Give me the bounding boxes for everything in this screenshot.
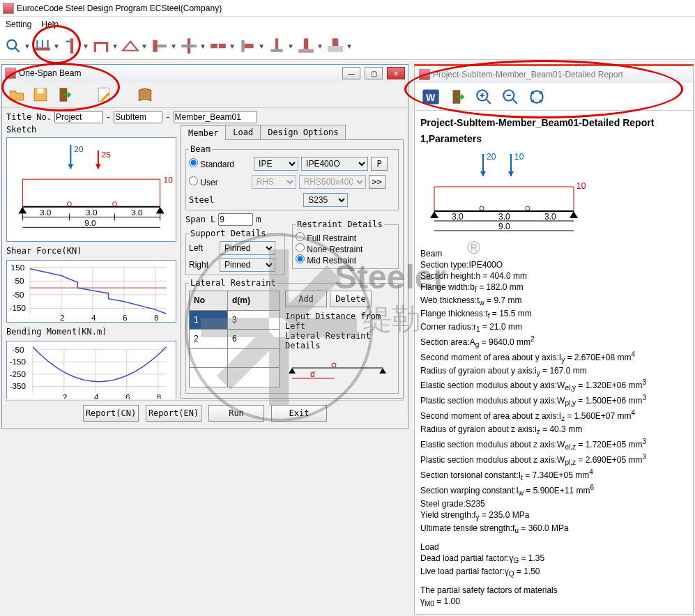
report-line: Second moment of area about y axis:Iy = … — [420, 350, 687, 365]
tb-onespan-beam-icon[interactable] — [32, 36, 53, 56]
svg-text:3.0: 3.0 — [86, 208, 98, 217]
tab-member[interactable]: Member — [181, 125, 226, 140]
tb-column-icon[interactable] — [61, 36, 82, 56]
tb-splice-icon[interactable] — [208, 36, 229, 56]
report-line: Section height:h = 404.0 mm — [420, 270, 687, 282]
watermark-cn: 缇勒 — [362, 300, 421, 339]
chevron-down-icon[interactable]: ▾ — [170, 36, 177, 56]
report-body[interactable]: Project-SubItem-Member_Beam01-Detailed R… — [415, 111, 693, 614]
svg-rect-9 — [158, 44, 167, 47]
report-line: Flange width:bf = 182.0 mm — [420, 282, 687, 295]
maximize-button[interactable]: ▢ — [365, 67, 383, 79]
steel-select[interactable]: S235 — [303, 193, 348, 207]
title-no-label: Title No. — [6, 112, 52, 122]
report-cn-button[interactable]: Report(CN) — [83, 405, 139, 422]
run-button[interactable]: Run — [208, 405, 264, 422]
exit-door-icon[interactable] — [447, 86, 468, 107]
report-line: Ultimate tensile strength:fu = 360.0 MPa — [420, 523, 687, 536]
app-title: EuroceCode Steel Design Program ECSteel(… — [17, 3, 222, 13]
load-header: Load — [420, 541, 687, 553]
tb-frame-icon[interactable] — [91, 36, 112, 56]
tb-connection1-icon[interactable] — [149, 36, 170, 56]
zoom-out-icon[interactable] — [500, 86, 521, 107]
member-field[interactable] — [174, 111, 257, 123]
main-toolbar: ▾ ▾ // will be populated below programma… — [0, 32, 695, 60]
chevron-down-icon[interactable]: ▾ — [199, 36, 206, 56]
chevron-down-icon[interactable]: ▾ — [141, 36, 148, 56]
edit-icon[interactable] — [94, 84, 115, 105]
beam-legend: Beam — [189, 144, 212, 154]
tb-baseplate1-icon[interactable] — [266, 36, 287, 56]
chevron-down-icon[interactable]: ▾ — [316, 36, 323, 56]
chevron-down-icon[interactable]: ▾ — [112, 36, 119, 56]
radio-user[interactable]: User — [189, 176, 218, 187]
svg-text:4: 4 — [94, 392, 99, 399]
tb-endplate-icon[interactable] — [237, 36, 258, 56]
add-button[interactable]: Add — [285, 291, 327, 307]
support-left-select[interactable]: Pinned — [220, 241, 275, 255]
chevron-down-icon[interactable]: ▾ — [82, 36, 89, 56]
window-icon — [5, 68, 16, 79]
report-line: Section warping constant:Iw = 5.900E+11 … — [420, 483, 687, 498]
tb-baseplate2-icon[interactable] — [296, 36, 316, 56]
user-size-select[interactable]: RHS500x400x12.5 — [299, 175, 366, 189]
report-line: Second moment of area about z axis:Iz = … — [420, 408, 687, 424]
open-icon[interactable] — [6, 84, 27, 105]
tb-findsection-icon[interactable] — [3, 36, 24, 56]
chevron-down-icon[interactable]: ▾ — [287, 36, 294, 56]
menu-help[interactable]: Help — [41, 20, 59, 29]
close-button[interactable]: ✕ — [387, 67, 405, 79]
chevron-down-icon[interactable]: ▾ — [229, 36, 236, 56]
report-line: Section area:Ag = 9640.0 mm2 — [420, 334, 687, 350]
radio-standard[interactable]: Standard — [189, 158, 234, 169]
tb-connection2-icon[interactable] — [178, 36, 199, 56]
chevron-down-icon[interactable]: ▾ — [346, 36, 353, 56]
tab-load[interactable]: Load — [225, 125, 261, 139]
report-line: Flange thickness:tf = 15.5 mm — [420, 308, 687, 321]
p-button[interactable]: P — [371, 157, 388, 171]
exit-button[interactable]: Exit — [271, 405, 327, 422]
report-en-button[interactable]: Report(EN) — [146, 405, 201, 422]
report-line: Section type:IPE400O — [420, 259, 687, 270]
save-icon[interactable] — [30, 84, 51, 105]
book-icon[interactable] — [135, 84, 155, 105]
report-line: Radius of gyraion about z axis:iz = 40.3… — [420, 424, 687, 437]
zoom-in-icon[interactable] — [473, 86, 494, 107]
chevron-down-icon[interactable]: ▾ — [53, 36, 60, 56]
more-button[interactable]: >> — [369, 175, 385, 189]
radio-full[interactable]: Full Restraint — [296, 232, 356, 243]
report-line: Yield strength:fy = 235.0 MPa — [420, 509, 687, 523]
zoom-fit-icon[interactable] — [526, 86, 547, 107]
report-line: Plastic section modulus about y axis:Wpl… — [420, 393, 687, 408]
minimize-button[interactable]: — — [342, 67, 360, 79]
radio-none[interactable]: None Restraint — [296, 243, 362, 254]
section-size-select[interactable]: IPE400O — [301, 157, 368, 171]
svg-text:8: 8 — [157, 392, 162, 399]
tb-truss-icon[interactable] — [120, 36, 141, 56]
lateral-table[interactable]: Nod(m) 13 26 — [189, 291, 280, 387]
project-field[interactable] — [54, 111, 103, 123]
app-icon — [3, 3, 14, 14]
report-sec1: 1,Parameters — [420, 132, 687, 146]
support-right-select[interactable]: Pinned — [220, 258, 275, 272]
svg-point-83 — [332, 363, 336, 367]
svg-line-90 — [486, 99, 491, 104]
report-line: γM0 = 1.00 — [420, 596, 687, 609]
svg-rect-15 — [245, 43, 254, 48]
radio-mid[interactable]: Mid Restraint — [296, 254, 356, 265]
user-family-select[interactable]: RHS — [252, 175, 296, 189]
moment-plot: -50-150 -250-350 24 68 — [6, 341, 176, 399]
tb-anchor-icon[interactable] — [325, 36, 346, 56]
span-input[interactable] — [218, 213, 253, 226]
word-export-icon[interactable]: W — [420, 86, 441, 107]
subitem-field[interactable] — [114, 111, 162, 123]
exit-door-icon[interactable] — [54, 84, 75, 105]
section-family-select[interactable]: IPE — [254, 157, 298, 171]
shear-label: Shear Force(KN) — [6, 246, 176, 256]
chevron-down-icon[interactable]: ▾ — [24, 36, 31, 56]
chevron-down-icon[interactable]: ▾ — [258, 36, 265, 56]
report-line: Elastic section modulus about y axis:Wel… — [420, 378, 687, 393]
menu-setting[interactable]: Setting — [6, 20, 31, 29]
tab-design[interactable]: Design Options — [260, 125, 346, 139]
svg-rect-16 — [275, 38, 278, 49]
